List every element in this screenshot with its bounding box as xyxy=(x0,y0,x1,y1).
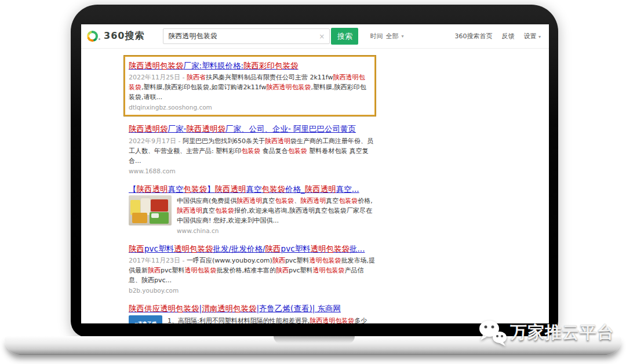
time-filter-dropdown[interactable]: 时间 全部 ▾ xyxy=(370,32,403,41)
text-segment: 真空... xyxy=(336,184,359,194)
chevron-down-icon: ▾ xyxy=(538,34,541,39)
highlighted-term: 透明包装袋 xyxy=(174,244,213,253)
clear-icon[interactable]: × xyxy=(315,32,325,41)
highlighted-term: 陕西 xyxy=(148,267,161,274)
search-result: 陕西透明袋厂家-陕西透明袋厂家、公司、企业- 阿里巴巴公司黄页2022年9月17… xyxy=(129,123,375,174)
highlighted-term: 陕西透明包装袋 xyxy=(129,61,184,70)
text-segment: 价格, xyxy=(358,197,373,205)
time-filter-label: 时间 xyxy=(370,32,383,41)
360-logo-ring-icon xyxy=(87,31,98,42)
time-filter-value: 全部 xyxy=(385,32,398,41)
highlighted-term: 透明包装袋 xyxy=(309,257,341,264)
result-title-link[interactable]: 陕西供应透明包装袋|渭南透明包装袋|齐鲁乙烯(查看)| 东商网 xyxy=(129,303,341,314)
result-body: 2017年11月23日 - 一呼百应(www.youboy.com)陕西pvc塑… xyxy=(129,254,375,294)
result-snippet: 2017年11月23日 - 一呼百应(www.youboy.com)陕西pvc塑… xyxy=(129,256,375,285)
wechat-icon xyxy=(478,319,508,347)
text-segment: 1、高阻隔:利用不同塑料材料阻隔的性能相差迥异, xyxy=(168,317,310,323)
highlighted-term: 包装袋 xyxy=(241,147,260,155)
highlighted-term: 陕西透明 xyxy=(305,184,336,194)
text-segment: 批... xyxy=(350,244,365,253)
text-segment: pvc塑料 xyxy=(281,244,311,253)
text-segment: 阿里巴巴为您找到650条关于 xyxy=(183,137,265,145)
result-url: www.1688.com xyxy=(129,168,375,174)
results-list: 陕西透明包装袋厂家:塑料膜价格:陕西彩印包装袋2022年11月25日 - 陕西省… xyxy=(81,49,549,323)
highlighted-term: 透明包装袋 xyxy=(185,267,217,274)
feedback-link[interactable]: 反馈 xyxy=(501,32,514,41)
result-text-col: 1、高阻隔:利用不同塑料材料阻隔的性能相差迥异,陕西透明包装袋多少钱,共挤薄膜,… xyxy=(168,314,375,323)
text-segment: 真空 xyxy=(202,207,215,214)
laptop-lid: 360搜索 陕西透明包装袋 × 搜索 时间 全部 ▾ 360搜索首页 反馈 xyxy=(71,5,558,337)
result-url: dtlqinxingbz.sooshong.com xyxy=(129,104,370,111)
text-segment: 批发/批发价格/ xyxy=(213,244,265,253)
highlighted-term: 陕西彩印包装袋 xyxy=(243,61,299,70)
search-header: 360搜索 陕西透明包装袋 × 搜索 时间 全部 ▾ 360搜索首页 反馈 xyxy=(81,24,549,49)
text-segment: 中国供应商(免费提供 xyxy=(177,197,236,205)
settings-dropdown[interactable]: 设置 ▾ xyxy=(523,32,541,41)
text-segment: pvc塑料 xyxy=(144,244,174,253)
result-text-col: 2022年11月25日 - 陕西省扶风秦兴塑料制品有限责任公司主营 2k11fw… xyxy=(129,71,370,111)
search-result: 陕西透明包装袋厂家:塑料膜价格:陕西彩印包装袋2022年11月25日 - 陕西省… xyxy=(129,60,370,111)
highlighted-term: 陕西透明袋 xyxy=(186,124,225,133)
360-search-logo[interactable]: 360搜索 xyxy=(87,30,144,42)
360-logo-dot-icon xyxy=(99,38,100,40)
result-thumbnail-contact-card[interactable]: ≈齐鲁乙烯马经理18678200888 xyxy=(129,315,162,323)
highlighted-term: 包装袋 xyxy=(288,147,307,155)
text-segment: 、 xyxy=(294,197,300,205)
text-segment: 2017年11月23日 - xyxy=(129,257,187,264)
result-title-link[interactable]: 陕西pvc塑料透明包装袋批发/批发价格/陕西pvc塑料透明包装袋批... xyxy=(129,243,365,254)
search-input[interactable]: 陕西透明包装袋 × xyxy=(163,28,330,44)
highlighted-term: 陕西 xyxy=(129,244,144,253)
bag-shape xyxy=(151,213,159,218)
highlighted-term: 陕西透明 xyxy=(215,184,246,194)
result-thumbnail-bags[interactable] xyxy=(129,195,172,225)
result-body: ≈齐鲁乙烯马经理186782008881、高阻隔:利用不同塑料材料阻隔的性能相差… xyxy=(129,314,375,323)
watermark-text: 万家推云平台 xyxy=(510,321,614,344)
watermark: 万家推云平台 xyxy=(478,319,614,347)
text-segment: pvc塑料 xyxy=(285,257,310,264)
text-segment: 真空 xyxy=(326,197,339,205)
text-segment: 【 xyxy=(129,184,137,194)
highlighted-term: 陕西透明包装袋 xyxy=(310,317,354,323)
text-segment: 厂家- xyxy=(168,124,187,133)
result-title-link[interactable]: 陕西透明袋厂家-陕西透明袋厂家、公司、企业- 阿里巴巴公司黄页 xyxy=(129,123,356,134)
highlighted-term: 透明包装袋 xyxy=(311,244,350,253)
highlighted-term: 陕西透明 xyxy=(177,207,202,214)
highlighted-term: 包装袋 xyxy=(262,184,286,194)
text-segment: 真空 xyxy=(168,184,184,194)
result-url: b2b.youboy.com xyxy=(129,287,375,294)
home-link[interactable]: 360搜索首页 xyxy=(454,32,492,41)
result-title-link[interactable]: 陕西透明包装袋厂家:塑料膜价格:陕西彩印包装袋 xyxy=(129,60,299,71)
text-segment: 厂家:塑料膜价格: xyxy=(184,61,244,70)
text-segment: pvc塑料 xyxy=(161,267,185,274)
highlighted-term: 陕西透明包装袋 xyxy=(267,83,311,91)
text-segment: 真空 xyxy=(246,184,262,194)
text-segment: 厂家、公司、企业- 阿里巴巴公司黄页 xyxy=(225,124,356,133)
result-snippet: 2022年11月25日 - 陕西省扶风秦兴塑料制品有限责任公司主营 2k11fw… xyxy=(129,72,370,102)
result-body: 2022年11月25日 - 陕西省扶风秦兴塑料制品有限责任公司主营 2k11fw… xyxy=(129,71,370,111)
text-segment: 价格_ xyxy=(285,184,305,194)
highlighted-term: 陕西透明袋 xyxy=(129,124,168,133)
bag-shape xyxy=(132,213,147,223)
highlighted-term: 陕西 xyxy=(272,257,285,264)
page: 360搜索 陕西透明包装袋 × 搜索 时间 全部 ▾ 360搜索首页 反馈 xyxy=(0,0,626,364)
highlighted-term: 陕西省 xyxy=(187,74,206,81)
highlighted-term: 陕西 xyxy=(276,267,289,274)
highlighted-term: 包装袋 xyxy=(339,197,358,205)
search-result: 陕西供应透明包装袋|渭南透明包装袋|齐鲁乙烯(查看)| 东商网≈齐鲁乙烯马经理1… xyxy=(129,303,375,323)
result-body: 2022年9月17日 - 阿里巴巴为您找到650条关于陕西透明袋生产商的工商注册… xyxy=(129,134,375,174)
text-segment: 扶风秦兴塑料制品有限责任公司主营 2k11fw xyxy=(206,74,333,81)
search-result: 【陕西透明真空包装袋】陕西透明真空包装袋价格_陕西透明真空...中国供应商(免费… xyxy=(129,183,375,234)
result-snippet: 2022年9月17日 - 阿里巴巴为您找到650条关于陕西透明袋生产商的工商注册… xyxy=(129,136,375,166)
logo-text: 360搜索 xyxy=(104,30,144,42)
text-segment: 】 xyxy=(207,184,215,194)
result-snippet: 1、高阻隔:利用不同塑料材料阻隔的性能相差迥异,陕西透明包装袋多少钱,共挤薄膜,… xyxy=(168,316,375,323)
result-snippet: 中国供应商(免费提供陕西透明真空包装袋、陕西透明真空包装袋价格,陕西透明真空包装… xyxy=(177,196,375,225)
qilu_thumb-line1: ≈齐鲁乙烯 xyxy=(134,321,157,323)
search-button[interactable]: 搜索 xyxy=(331,28,358,45)
laptop-hinge-notch xyxy=(274,336,355,344)
result-title-link[interactable]: 【陕西透明真空包装袋】陕西透明真空包装袋价格_陕西透明真空... xyxy=(129,184,359,194)
text-segment: 2022年9月17日 - xyxy=(129,137,183,145)
highlighted-term: 陕西透明 xyxy=(300,197,326,205)
highlight-box: 陕西透明包装袋厂家:塑料膜价格:陕西彩印包装袋2022年11月25日 - 陕西省… xyxy=(124,56,376,116)
highlighted-term: 包装袋 xyxy=(275,197,294,205)
